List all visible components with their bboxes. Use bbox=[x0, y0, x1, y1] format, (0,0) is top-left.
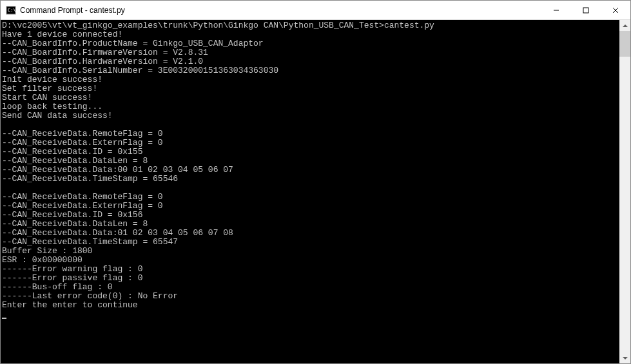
scrollbar-track[interactable] bbox=[619, 31, 630, 352]
terminal-line: --CAN_ReceiveData.ExternFlag = 0 bbox=[2, 202, 618, 211]
cursor bbox=[2, 318, 6, 319]
svg-text:C:\: C:\ bbox=[8, 8, 16, 13]
terminal-line: --CAN_ReceiveData.ID = 0x156 bbox=[2, 211, 618, 220]
terminal-line: --CAN_ReceiveData.RemoteFlag = 0 bbox=[2, 193, 618, 202]
svg-marker-6 bbox=[623, 24, 628, 27]
svg-marker-7 bbox=[623, 357, 628, 359]
window-title: Command Prompt - cantest.py bbox=[20, 6, 541, 15]
close-button[interactable] bbox=[601, 1, 630, 19]
terminal-line: ------Error passive flag : 0 bbox=[2, 274, 618, 283]
vertical-scrollbar[interactable] bbox=[619, 20, 630, 363]
terminal-line: Enter the enter to continue bbox=[2, 301, 618, 310]
terminal-line: ------Bus-off flag : 0 bbox=[2, 283, 618, 292]
terminal-line: --CAN_ReceiveData.DataLen = 8 bbox=[2, 157, 618, 166]
terminal-line: --CAN_ReceiveData.Data:01 02 03 04 05 06… bbox=[2, 229, 618, 238]
maximize-button[interactable] bbox=[571, 1, 601, 19]
terminal-line: D:\vc2005\vt\vt_ginkgo_examples\trunk\Py… bbox=[2, 21, 618, 30]
terminal-line: --CAN_ReceiveData.ID = 0x155 bbox=[2, 148, 618, 157]
terminal-line: Init device success! bbox=[2, 75, 618, 84]
window-controls bbox=[541, 1, 630, 19]
terminal-line: loop back testing... bbox=[2, 102, 618, 111]
scroll-up-arrow[interactable] bbox=[619, 20, 630, 31]
terminal-line: Set filter success! bbox=[2, 84, 618, 93]
command-prompt-window: C:\ Command Prompt - cantest.py D:\vc200… bbox=[0, 0, 631, 364]
cmd-icon: C:\ bbox=[6, 5, 16, 15]
titlebar[interactable]: C:\ Command Prompt - cantest.py bbox=[1, 1, 630, 20]
terminal-line: --CAN_ReceiveData.TimeStamp = 65546 bbox=[2, 175, 618, 184]
terminal-line: --CAN_BoardInfo.SerialNumber = 3E0032000… bbox=[2, 66, 618, 75]
terminal-line: --CAN_BoardInfo.HardwareVersion = V2.1.0 bbox=[2, 57, 618, 66]
terminal-container: D:\vc2005\vt\vt_ginkgo_examples\trunk\Py… bbox=[1, 20, 630, 363]
terminal-line: --CAN_ReceiveData.RemoteFlag = 0 bbox=[2, 129, 618, 139]
terminal-line: --CAN_BoardInfo.ProductName = Ginkgo_USB… bbox=[2, 39, 618, 48]
terminal-line: --CAN_ReceiveData.Data:00 01 02 03 04 05… bbox=[2, 166, 618, 175]
terminal-line: Start CAN success! bbox=[2, 93, 618, 102]
terminal-cursor-line bbox=[2, 310, 618, 319]
terminal-line: --CAN_BoardInfo.FirmwareVersion = V2.8.3… bbox=[2, 48, 618, 57]
terminal-line: --CAN_ReceiveData.ExternFlag = 0 bbox=[2, 139, 618, 148]
terminal-line: ------Last error code(0) : No Error bbox=[2, 292, 618, 301]
terminal-line: Send CAN data success! bbox=[2, 111, 618, 120]
terminal-line bbox=[2, 184, 618, 193]
minimize-button[interactable] bbox=[541, 1, 571, 19]
scrollbar-thumb[interactable] bbox=[619, 31, 630, 57]
terminal-output[interactable]: D:\vc2005\vt\vt_ginkgo_examples\trunk\Py… bbox=[1, 20, 619, 363]
terminal-line: Have 1 device connected! bbox=[2, 30, 618, 39]
terminal-line: --CAN_ReceiveData.TimeStamp = 65547 bbox=[2, 238, 618, 247]
terminal-line: ------Error warning flag : 0 bbox=[2, 265, 618, 274]
terminal-line: ESR : 0x00000000 bbox=[2, 256, 618, 265]
terminal-line: --CAN_ReceiveData.DataLen = 8 bbox=[2, 220, 618, 229]
terminal-line bbox=[2, 120, 618, 129]
scroll-down-arrow[interactable] bbox=[619, 352, 630, 363]
svg-rect-3 bbox=[583, 8, 588, 13]
terminal-line: Buffer Size : 1800 bbox=[2, 247, 618, 256]
